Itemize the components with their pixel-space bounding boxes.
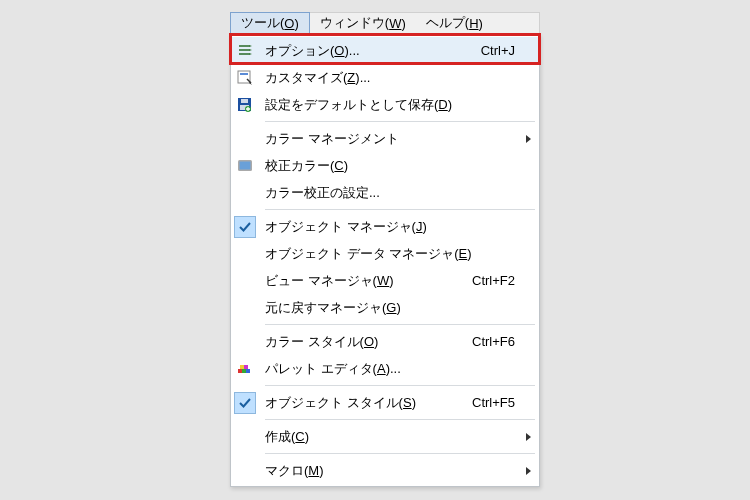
palette-icon [237,361,253,377]
menu-item-label-pre: カスタマイズ( [265,70,347,85]
menu-item-label: オブジェクト マネージャ(J) [259,218,539,236]
menu-item-label: パレット エディタ(A)... [259,360,539,378]
menu-item-label-u: G [386,300,396,315]
menu-item-label-u: C [334,158,343,173]
menu-item[interactable]: カスタマイズ(Z)... [231,64,539,91]
menubar-label-post: ) [294,16,298,31]
menu-item-label-u: C [295,429,304,444]
svg-rect-7 [240,161,251,169]
menu-item[interactable]: 元に戻すマネージャ(G) [231,294,539,321]
menu-item-label-pre: オブジェクト データ マネージャ( [265,246,459,261]
tools-dropdown: オプション(O)...Ctrl+Jカスタマイズ(Z)...設定をデフォルトとして… [230,34,540,487]
menu-item-label: オブジェクト スタイル(S) [259,394,472,412]
menu-separator [265,453,535,454]
menubar-label-pre: ヘルプ( [426,14,469,32]
svg-rect-9 [242,369,246,373]
menu-item-label-pre: 設定をデフォルトとして保存( [265,97,438,112]
menu-item-label-pre: カラー校正の設定... [265,185,380,200]
menu-item[interactable]: ビュー マネージャ(W)Ctrl+F2 [231,267,539,294]
menu-item-label-post: ) [389,273,393,288]
menubar-label-u: W [389,16,401,31]
svg-rect-11 [240,365,244,369]
menu-item-label-post: ) [448,97,452,112]
menu-item[interactable]: 校正カラー(C) [231,152,539,179]
menu-item[interactable]: カラー スタイル(O)Ctrl+F6 [231,328,539,355]
menu-item-label-post: ) [344,158,348,173]
menu-item-iconcell [231,361,259,377]
menu-item-label: 元に戻すマネージャ(G) [259,299,539,317]
menu-item-label-u: E [459,246,468,261]
menu-item-label: オプション(O)... [259,42,481,60]
menu-item-label-post: ) [422,219,426,234]
menu-item-label-pre: オブジェクト スタイル( [265,395,403,410]
menu-item[interactable]: マクロ(M) [231,457,539,484]
menu-item[interactable]: オプション(O)...Ctrl+J [231,37,539,64]
menu-item[interactable]: パレット エディタ(A)... [231,355,539,382]
menu-item-label: カラー校正の設定... [259,184,539,202]
chevron-right-icon [526,467,531,475]
menubar-item-help[interactable]: ヘルプ(H) [416,13,493,33]
menu-item-shortcut: Ctrl+F5 [472,395,539,410]
svg-rect-8 [238,369,242,373]
menu-item-label: 設定をデフォルトとして保存(D) [259,96,539,114]
menu-separator [265,324,535,325]
menu-separator [265,385,535,386]
menubar: ツール(O) ウィンドウ(W) ヘルプ(H) [230,12,540,34]
svg-rect-12 [244,365,248,369]
menubar-item-window[interactable]: ウィンドウ(W) [310,13,416,33]
menu-item-iconcell [231,216,259,238]
menu-item-label: ビュー マネージャ(W) [259,272,472,290]
menu-item-label-post: ) [412,395,416,410]
menu-item-shortcut: Ctrl+J [481,43,539,58]
check-icon [234,216,256,238]
menu-item[interactable]: オブジェクト スタイル(S)Ctrl+F5 [231,389,539,416]
menubar-label-pre: ツール( [241,14,284,32]
proof-icon [237,158,253,174]
menu-item-label-pre: パレット エディタ( [265,361,377,376]
chevron-right-icon [526,135,531,143]
menu-item-iconcell [231,158,259,174]
menu-item-label: カスタマイズ(Z)... [259,69,539,87]
menubar-label-post: ) [401,16,405,31]
menubar-label-pre: ウィンドウ( [320,14,389,32]
menu-item-label-post: )... [355,70,370,85]
menu-item-label: カラー マネージメント [259,130,539,148]
menu-item-label-u: O [334,43,344,58]
svg-rect-1 [240,73,248,75]
menu-item-label-post: ) [467,246,471,261]
menu-item-label-pre: 元に戻すマネージャ( [265,300,386,315]
menubar-item-tools[interactable]: ツール(O) [230,12,310,34]
chevron-right-icon [526,433,531,441]
check-icon [234,392,256,414]
menu-item-iconcell [231,43,259,59]
menubar-label-post: ) [479,16,483,31]
menu-item-label-pre: マクロ( [265,463,308,478]
menu-item-shortcut: Ctrl+F2 [472,273,539,288]
menu-item-label: 作成(C) [259,428,539,446]
menu-item-label: カラー スタイル(O) [259,333,472,351]
menu-item-label-pre: カラー マネージメント [265,131,399,146]
menu-item-label-u: S [403,395,412,410]
options-icon [237,43,253,59]
menu-item-label: マクロ(M) [259,462,539,480]
menu-item-label-pre: オブジェクト マネージャ( [265,219,416,234]
menu-item[interactable]: オブジェクト データ マネージャ(E) [231,240,539,267]
menu-item-label-pre: オプション( [265,43,334,58]
menu-item-label: 校正カラー(C) [259,157,539,175]
menu-item[interactable]: 設定をデフォルトとして保存(D) [231,91,539,118]
menu-item-label-pre: カラー スタイル( [265,334,364,349]
menu-item-label-post: )... [386,361,401,376]
menu-item[interactable]: カラー校正の設定... [231,179,539,206]
menu-item[interactable]: 作成(C) [231,423,539,450]
svg-rect-3 [241,99,248,103]
menu-separator [265,209,535,210]
menu-item-label: オブジェクト データ マネージャ(E) [259,245,539,263]
menu-item-label-u: W [377,273,389,288]
menu-item-label-pre: 校正カラー( [265,158,334,173]
menu-separator [265,121,535,122]
save-icon [237,97,253,113]
menu-item-label-u: O [364,334,374,349]
menu-item[interactable]: オブジェクト マネージャ(J) [231,213,539,240]
menu-separator [265,419,535,420]
menu-item[interactable]: カラー マネージメント [231,125,539,152]
